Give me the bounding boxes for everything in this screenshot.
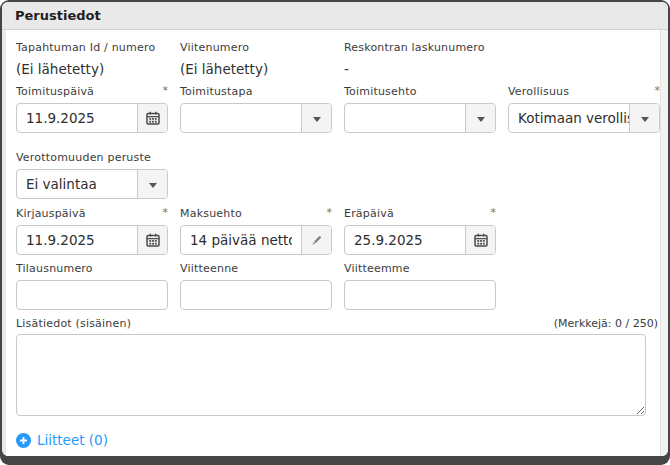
field-verollisuus: Verollisuus * Kotimaan verolliset n xyxy=(508,84,660,133)
field-viitenumero: Viitenumero (Ei lähetetty) xyxy=(180,40,344,77)
viitenumero-label: Viitenumero xyxy=(180,41,249,54)
toimitusehto-label: Toimitusehto xyxy=(344,85,417,98)
required-mark: * xyxy=(163,86,169,96)
char-counter: (Merkkejä: 0 / 250) xyxy=(554,317,658,330)
field-tapahtuman-id: Tapahtuman Id / numero (Ei lähetetty) xyxy=(16,40,180,77)
erapaiva-input[interactable] xyxy=(345,226,465,254)
reskontran-laskunumero-value: - xyxy=(344,61,508,77)
verollisuus-dropdown-button[interactable] xyxy=(629,104,659,132)
field-viitteemme: Viitteemme xyxy=(344,261,496,310)
required-mark: * xyxy=(655,86,661,96)
kirjauspaiva-input[interactable] xyxy=(17,226,137,254)
panel-title: Perustiedot xyxy=(15,8,101,23)
toimitusehto-value xyxy=(345,104,465,132)
viitteenne-label: Viitteenne xyxy=(180,262,238,275)
field-toimitustapa: Toimitustapa xyxy=(180,84,332,133)
verollisuus-value: Kotimaan verolliset n xyxy=(509,104,629,132)
field-tilausnumero: Tilausnumero xyxy=(16,261,168,310)
tilausnumero-input[interactable] xyxy=(16,280,168,310)
chevron-down-icon xyxy=(477,117,485,122)
field-kirjauspaiva: Kirjauspäivä * xyxy=(16,206,168,255)
toimitustapa-select[interactable] xyxy=(180,103,332,133)
verollisuus-label: Verollisuus xyxy=(508,85,569,98)
field-toimituspaiva: Toimituspäivä * xyxy=(16,84,168,133)
plus-circle-icon xyxy=(16,433,31,448)
toimitustapa-value xyxy=(181,104,301,132)
verottomuuden-peruste-select[interactable]: Ei valintaa xyxy=(16,169,168,199)
chevron-down-icon xyxy=(149,183,157,188)
required-mark: * xyxy=(491,208,497,218)
toimitusehto-select[interactable] xyxy=(344,103,496,133)
chevron-down-icon xyxy=(641,117,649,122)
toimitustapa-label: Toimitustapa xyxy=(180,85,253,98)
field-reskontran-laskunumero: Reskontran laskunumero - xyxy=(344,40,508,77)
kirjauspaiva-label: Kirjauspäivä xyxy=(16,207,86,220)
verottomuuden-peruste-dropdown-button[interactable] xyxy=(137,170,167,198)
tapahtuman-id-value: (Ei lähetetty) xyxy=(16,61,180,77)
liitteet-link[interactable]: Liitteet (0) xyxy=(16,432,108,448)
viitteenne-input[interactable] xyxy=(180,280,332,310)
required-mark: * xyxy=(327,208,333,218)
pencil-icon xyxy=(310,234,323,247)
erapaiva-label: Eräpäivä xyxy=(344,207,394,220)
field-viitteenne: Viitteenne xyxy=(180,261,332,310)
lisatiedot-label-row: Lisätiedot (sisäinen) (Merkkejä: 0 / 250… xyxy=(16,317,658,330)
toimituspaiva-label: Toimituspäivä xyxy=(16,85,94,98)
tilausnumero-label: Tilausnumero xyxy=(16,262,93,275)
maksuehto-label: Maksuehto xyxy=(180,207,242,220)
lisatiedot-label: Lisätiedot (sisäinen) xyxy=(16,317,131,330)
perustiedot-form: Tapahtuman Id / numero (Ei lähetetty) Vi… xyxy=(6,30,660,456)
erapaiva-calendar-button[interactable] xyxy=(465,226,495,254)
toimitusehto-dropdown-button[interactable] xyxy=(465,104,495,132)
calendar-icon xyxy=(474,233,488,247)
field-toimitusehto: Toimitusehto xyxy=(344,84,496,133)
kirjauspaiva-calendar-button[interactable] xyxy=(137,226,167,254)
chevron-down-icon xyxy=(313,117,321,122)
viitteemme-label: Viitteemme xyxy=(344,262,410,275)
viitenumero-value: (Ei lähetetty) xyxy=(180,61,344,77)
tapahtuman-id-label: Tapahtuman Id / numero xyxy=(16,41,155,54)
viitteemme-input[interactable] xyxy=(344,280,496,310)
verollisuus-select[interactable]: Kotimaan verolliset n xyxy=(508,103,660,133)
maksuehto-edit-button[interactable] xyxy=(301,226,331,254)
calendar-icon xyxy=(146,111,160,125)
toimituspaiva-calendar-button[interactable] xyxy=(137,104,167,132)
page: Perustiedot Tapahtuman Id / numero (Ei l… xyxy=(2,2,668,456)
field-verottomuuden-peruste: Verottomuuden peruste Ei valintaa xyxy=(16,150,168,199)
toimituspaiva-input[interactable] xyxy=(17,104,137,132)
required-mark: * xyxy=(163,208,169,218)
liitteet-label: Liitteet (0) xyxy=(37,432,108,448)
verottomuuden-peruste-label: Verottomuuden peruste xyxy=(16,151,151,164)
window-frame: Perustiedot Tapahtuman Id / numero (Ei l… xyxy=(0,0,670,465)
reskontran-laskunumero-label: Reskontran laskunumero xyxy=(344,41,485,54)
maksuehto-input[interactable] xyxy=(181,226,301,254)
scrollbar-track xyxy=(660,30,668,456)
panel-header: Perustiedot xyxy=(2,2,668,30)
calendar-icon xyxy=(146,233,160,247)
lisatiedot-textarea[interactable] xyxy=(16,334,646,416)
verottomuuden-peruste-value: Ei valintaa xyxy=(17,170,137,198)
field-maksuehto: Maksuehto * xyxy=(180,206,332,255)
toimitustapa-dropdown-button[interactable] xyxy=(301,104,331,132)
field-erapaiva: Eräpäivä * xyxy=(344,206,496,255)
